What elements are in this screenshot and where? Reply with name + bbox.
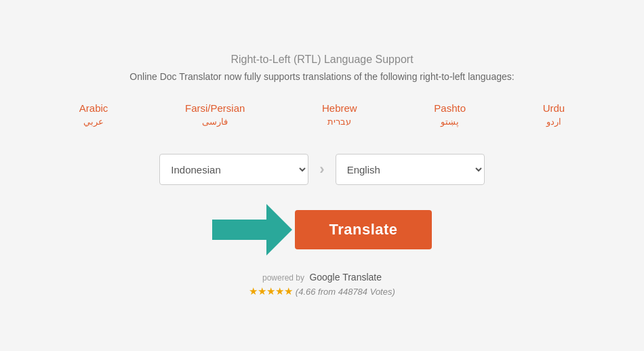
translate-row: Translate [27,204,617,255]
language-native: اردو [543,117,565,127]
language-item: Urdu اردو [543,102,565,127]
powered-by-row: powered by Google Translate [27,272,617,283]
star-rating-icons: ★★★★★ [249,285,293,297]
language-item: Arabic عربي [79,102,108,127]
translate-button[interactable]: Translate [295,210,431,249]
language-item: Pashto پښتو [434,102,466,127]
from-language-select[interactable]: IndonesianEnglishSpanishFrenchGerman [159,154,308,185]
main-container: Right-to-Left (RTL) Language Support Onl… [0,40,644,311]
powered-by-label: powered by [262,273,304,283]
arrow-head [266,204,292,255]
to-language-select[interactable]: EnglishIndonesianSpanishFrenchGerman [336,154,485,185]
language-native: پښتو [434,117,466,127]
language-name: Arabic [79,102,108,114]
language-item: Farsi/Persian فارسی [185,102,245,127]
language-name: Farsi/Persian [185,102,245,114]
language-native: עברית [322,117,357,127]
rtl-title: Right-to-Left (RTL) Language Support [27,54,617,66]
language-name: Pashto [434,102,466,114]
google-translate-label: Google Translate [309,272,382,283]
language-native: فارسی [185,117,245,127]
language-name: Hebrew [322,102,357,114]
language-item: Hebrew עברית [322,102,357,127]
direction-arrow-icon: › [319,162,324,177]
language-name: Urdu [543,102,565,114]
rating-text: (4.66 from 448784 Votes) [296,287,395,297]
half-star-icon: ★ [284,285,293,297]
rating-row: ★★★★★ (4.66 from 448784 Votes) [27,285,617,297]
language-native: عربي [79,117,108,127]
rtl-subtitle: Online Doc Translator now fully supports… [27,71,617,82]
translator-row: IndonesianEnglishSpanishFrenchGerman › E… [27,154,617,185]
arrow-body [212,220,266,240]
languages-grid: Arabic عربي Farsi/Persian فارسی Hebrew ע… [27,102,617,127]
teal-arrow-icon [212,204,292,255]
